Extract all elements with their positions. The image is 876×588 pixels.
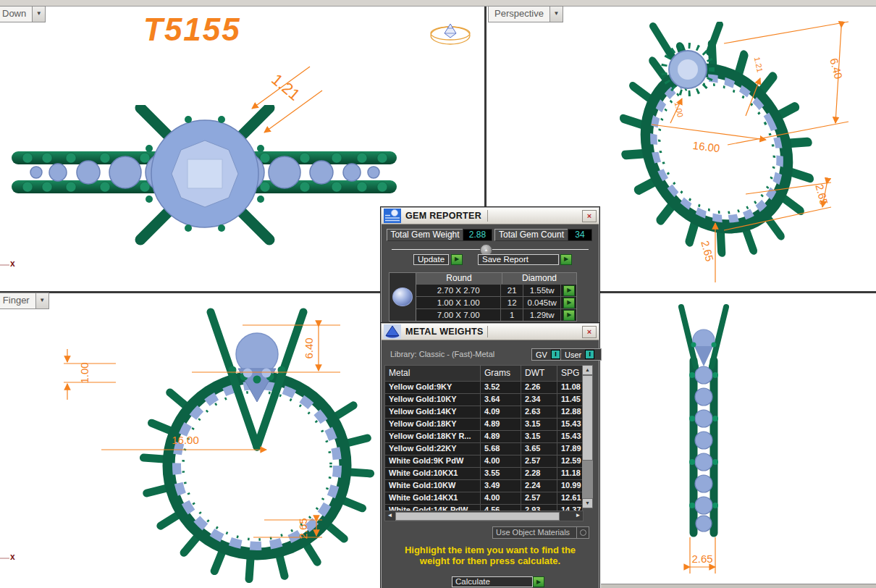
metal-row[interactable]: Yellow Gold:9KY 3.52 2.26 11.08 — [385, 381, 582, 393]
metal-dwt: 2.63 — [521, 406, 557, 418]
gem-row-select-icon[interactable]: ▶ — [563, 298, 575, 308]
metal-weights-panel: METAL WEIGHTS × Library: Classic - (Fast… — [381, 323, 599, 588]
gem-shape-cell[interactable] — [389, 273, 416, 321]
use-object-materials-label: Use Object Materials — [493, 527, 576, 538]
wireframe-ring-icon — [429, 22, 472, 46]
chevron-down-icon[interactable]: ▼ — [35, 293, 49, 308]
x-axis-marker: x — [10, 259, 15, 269]
scroll-up-icon[interactable]: ▲ — [582, 365, 593, 375]
gem-total-weight: 1.55tw — [523, 285, 561, 296]
viewport-label-down-text: Down — [0, 7, 32, 22]
metal-name: White Gold:14KX1 — [385, 492, 481, 504]
chevron-down-icon[interactable]: ▼ — [549, 7, 563, 22]
metal-row[interactable]: Yellow Gold:14KY 4.09 2.63 12.88 — [385, 406, 582, 418]
dim-gem-size: 1.21 — [268, 70, 303, 104]
metal-grams: 4.00 — [481, 492, 521, 504]
viewport-label-finger[interactable]: n Finger ▼ — [0, 293, 49, 309]
metal-spg: 11.08 — [557, 382, 582, 393]
metal-row[interactable]: White Gold:14KX1 4.00 2.57 12.61 — [385, 492, 582, 504]
gem-row-select-icon[interactable]: ▶ — [563, 285, 575, 296]
gem-reporter-titlebar[interactable]: GEM REPORTER × — [382, 208, 599, 224]
metal-weights-titlebar[interactable]: METAL WEIGHTS × — [382, 324, 599, 340]
ring-top-view-model — [7, 105, 402, 253]
metal-dwt: 2.57 — [521, 455, 557, 467]
total-gem-count-label: Total Gem Count — [494, 229, 568, 241]
calculate-button[interactable]: Calculate — [452, 576, 533, 587]
window-bottom-edge — [601, 584, 876, 588]
horizontal-scroll-thumb[interactable] — [395, 512, 560, 521]
metal-name: White Gold:9K PdW — [385, 455, 481, 467]
calculate-button-group[interactable]: Calculate ▶ — [452, 576, 544, 587]
metal-dwt: 3.15 — [521, 419, 557, 430]
metal-weights-title: METAL WEIGHTS — [405, 327, 484, 337]
close-icon[interactable]: × — [582, 210, 597, 222]
metal-row[interactable]: Yellow Gold:18KY 4.89 3.15 15.43 — [385, 418, 582, 430]
calculate-run-icon[interactable]: ▶ — [533, 576, 544, 587]
calculate-instruction: Highlight the item you want to find the … — [382, 545, 599, 567]
vertical-scrollbar[interactable]: ▲ ▼ — [582, 365, 593, 508]
metal-grams: 3.55 — [481, 468, 521, 479]
gem-table-row[interactable]: 2.70 X 2.70 21 1.55tw ▶ — [416, 284, 576, 296]
vertical-scroll-thumb[interactable] — [582, 375, 593, 461]
user-button[interactable]: User I — [560, 348, 602, 361]
close-icon[interactable]: × — [582, 326, 597, 338]
metal-row[interactable]: Yellow Gold:10KY 3.64 2.34 11.45 — [385, 393, 582, 406]
viewport-label-perspective[interactable]: Perspective ▼ — [488, 6, 563, 22]
scroll-down-icon[interactable]: ▼ — [582, 498, 593, 508]
metal-table: Metal Grams DWT SPG Yellow Gold:9KY 3.52… — [384, 365, 583, 517]
metal-name: Yellow Gold:10KY — [385, 394, 481, 406]
metal-dwt: 2.28 — [521, 468, 557, 479]
gem-table-row[interactable]: 7.00 X 7.00 1 1.29tw ▶ — [416, 308, 576, 321]
cad-application-window: Down ▼ T5155 — [0, 0, 876, 588]
metal-name: Yellow Gold:18KY — [385, 419, 481, 430]
gem-total-weight: 1.29tw — [523, 309, 561, 321]
spg-column-header: SPG — [557, 366, 582, 381]
radio-circle-icon — [576, 527, 589, 538]
metal-row[interactable]: White Gold:9K PdW 4.00 2.57 12.59 — [385, 455, 582, 467]
total-gem-count-value: 34 — [568, 229, 592, 241]
gem-shape-header: Round — [416, 273, 502, 284]
metal-grams: 4.09 — [481, 406, 521, 418]
gem-table-header: Round Diamond — [416, 273, 576, 284]
metal-spg: 17.89 — [557, 443, 582, 455]
metal-dwt: 2.26 — [521, 382, 557, 393]
save-report-button[interactable]: Save Report — [478, 254, 559, 265]
metal-name: Yellow Gold:22KY — [385, 443, 481, 455]
viewport-label-down[interactable]: Down ▼ — [0, 6, 46, 22]
use-object-materials-dropdown[interactable]: Use Object Materials — [492, 526, 589, 539]
metal-name: Yellow Gold:18KY R... — [385, 431, 481, 442]
side-view-dimensions: 2.65 — [601, 293, 876, 588]
metal-row[interactable]: White Gold:10KW 3.49 2.24 10.99 — [385, 479, 582, 492]
metal-spg: 15.43 — [557, 419, 582, 430]
metal-row[interactable]: Yellow Gold:18KY R... 4.89 3.15 15.43 — [385, 430, 582, 442]
gv-button-label: GV — [536, 350, 547, 359]
metal-row[interactable]: Yellow Gold:22KY 5.68 3.65 17.89 — [385, 442, 582, 455]
metal-spg: 11.18 — [557, 468, 582, 479]
user-indicator-icon: I — [585, 350, 594, 359]
x-axis-line — [0, 558, 9, 559]
gem-table-row[interactable]: 1.00 X 1.00 12 0.045tw ▶ — [416, 296, 576, 308]
gem-row-select-icon[interactable]: ▶ — [563, 310, 575, 321]
update-run-icon[interactable]: ▶ — [451, 254, 463, 265]
metal-weights-icon — [384, 324, 401, 339]
metal-dwt: 3.65 — [521, 443, 557, 455]
scroll-right-icon[interactable]: ► — [573, 511, 583, 521]
metal-row[interactable]: White Gold:10KX1 3.55 2.28 11.18 — [385, 467, 582, 479]
metal-spg: 12.88 — [557, 406, 582, 418]
scroll-left-icon[interactable]: ◄ — [385, 511, 395, 521]
gem-table: Round Diamond 2.70 X 2.70 21 1.55tw ▶ 1.… — [389, 272, 577, 322]
metal-name: Yellow Gold:9KY — [385, 382, 481, 393]
grams-column-header: Grams — [481, 366, 521, 381]
metal-column-header: Metal — [385, 366, 481, 381]
titlebar-separator — [487, 210, 488, 222]
update-button[interactable]: Update — [413, 254, 449, 265]
metal-spg: 12.59 — [557, 455, 582, 467]
metal-grams: 4.89 — [481, 419, 521, 430]
metal-dwt: 2.57 — [521, 492, 557, 504]
gv-indicator-icon: I — [551, 350, 560, 359]
chevron-down-icon[interactable]: ▼ — [32, 7, 45, 22]
dwt-column-header: DWT — [521, 366, 557, 381]
horizontal-scrollbar[interactable]: ◄ ► — [384, 511, 584, 521]
gem-size: 2.70 X 2.70 — [416, 285, 501, 296]
save-report-run-icon[interactable]: ▶ — [560, 254, 572, 265]
